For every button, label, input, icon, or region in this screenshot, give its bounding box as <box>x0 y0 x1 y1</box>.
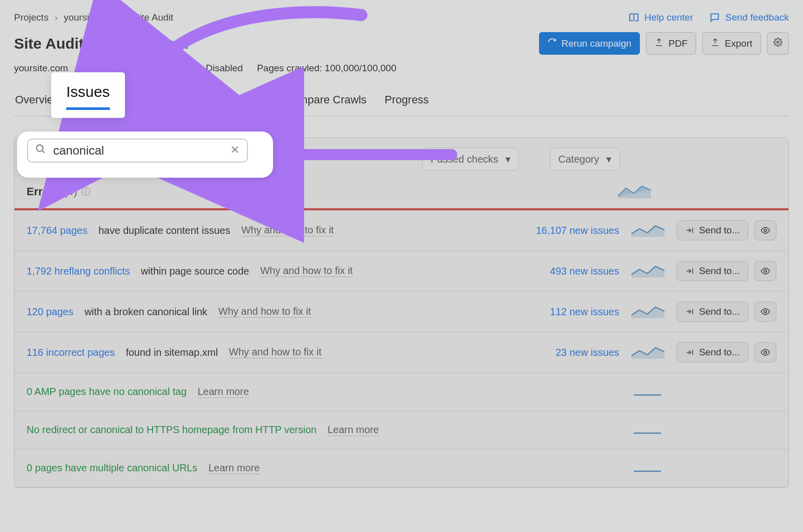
new-issues-count[interactable]: 16,107 new issues <box>519 225 619 236</box>
issue-passed-text: No redirect or canonical to HTTPS homepa… <box>27 424 317 436</box>
svg-point-3 <box>764 229 767 232</box>
breadcrumb-projects[interactable]: Projects <box>14 12 49 23</box>
issue-link[interactable]: 17,764 pages <box>27 225 87 236</box>
gear-icon <box>773 38 782 49</box>
tab-progress[interactable]: Progress <box>384 86 429 116</box>
why-fix-link[interactable]: Why and how to fix it <box>218 306 311 318</box>
upload-icon <box>654 38 663 49</box>
issue-text: with a broken canonical link <box>84 306 207 318</box>
hide-issue-button[interactable] <box>754 302 776 322</box>
sparkline-icon <box>631 262 664 280</box>
category-filter[interactable]: Category ▾ <box>550 148 620 171</box>
export-label: Export <box>725 38 752 49</box>
learn-more-link[interactable]: Learn more <box>208 462 259 474</box>
sparkline-icon <box>631 459 664 477</box>
hide-issue-button[interactable] <box>754 261 776 281</box>
hide-issue-button[interactable] <box>754 342 776 362</box>
new-issues-count[interactable]: 112 new issues <box>519 306 619 318</box>
issue-text: within page source code <box>141 265 249 277</box>
issue-link[interactable]: 120 pages <box>27 306 73 318</box>
chevron-right-icon: › <box>124 12 127 23</box>
why-fix-link[interactable]: Why and how to fix it <box>260 265 353 277</box>
issue-link[interactable]: 1,792 hreflang conflicts <box>27 265 130 277</box>
hide-issue-button[interactable] <box>754 220 776 240</box>
new-issues-count[interactable]: 23 new issues <box>519 347 619 358</box>
pdf-label: PDF <box>668 38 688 49</box>
svg-point-4 <box>764 270 767 273</box>
issues-tab-underline <box>66 107 110 110</box>
chevron-down-icon: ▾ <box>606 153 611 165</box>
breadcrumb-current: Site Audit <box>133 12 173 23</box>
chevron-right-icon: › <box>55 12 58 23</box>
feedback-icon <box>709 12 720 23</box>
learn-more-link[interactable]: Learn more <box>328 424 379 436</box>
search-box[interactable] <box>27 139 248 163</box>
pdf-button[interactable]: PDF <box>646 32 696 55</box>
issue-row: No redirect or canonical to HTTPS homepa… <box>15 411 788 449</box>
help-center-link[interactable]: Help center <box>628 12 693 23</box>
svg-point-6 <box>764 351 767 354</box>
issue-text: found in sitemap.xml <box>126 347 218 358</box>
svg-point-0 <box>777 41 779 44</box>
rerun-label: Rerun campaign <box>562 38 631 49</box>
sparkline-icon <box>631 344 664 361</box>
svg-point-5 <box>764 311 767 313</box>
svg-line-11 <box>42 151 45 153</box>
page-title-domain[interactable]: yoursite.com <box>95 35 189 52</box>
issue-row: 120 pages with a broken canonical linkWh… <box>15 292 788 332</box>
issue-text: have duplicate content issues <box>98 225 230 236</box>
book-icon <box>628 12 639 23</box>
issue-row: 0 pages have multiple canonical URLsLear… <box>15 449 788 487</box>
send-to-button[interactable]: Send to... <box>677 302 748 322</box>
tab-crawled-pages[interactable]: Crawled Pages <box>129 86 204 116</box>
issue-row: 17,764 pages have duplicate content issu… <box>15 210 788 251</box>
errors-count: (4) <box>64 185 77 198</box>
rerun-campaign-button[interactable]: Rerun campaign <box>539 32 640 55</box>
send-to-button[interactable]: Send to... <box>677 261 748 281</box>
tab-bar: Overview Issues Crawled Pages Statistics… <box>14 86 789 116</box>
new-issues-count[interactable]: 493 new issues <box>519 265 619 277</box>
sparkline-icon <box>631 421 664 439</box>
info-icon[interactable]: ⓘ <box>81 186 90 198</box>
sparkline-icon <box>631 303 664 321</box>
learn-more-link[interactable]: Learn more <box>198 386 249 398</box>
upload-icon <box>711 38 720 49</box>
passed-checks-label: Passed checks <box>431 154 498 165</box>
svg-point-10 <box>37 145 43 152</box>
issue-row: 1,792 hreflang conflicts within page sou… <box>15 251 788 292</box>
meta-crawled: Pages crawled: 100,000/100,000 <box>257 63 396 74</box>
clear-icon[interactable] <box>230 144 240 158</box>
send-feedback-label: Send feedback <box>725 12 789 23</box>
why-fix-link[interactable]: Why and how to fix it <box>241 224 334 236</box>
issue-row: 0 AMP pages have no canonical tagLearn m… <box>15 373 788 411</box>
category-label: Category <box>559 154 599 165</box>
issue-passed-text: 0 AMP pages have no canonical tag <box>27 386 187 397</box>
tab-statistics[interactable]: Statistics <box>222 86 266 116</box>
refresh-icon <box>548 38 557 49</box>
meta-js: JS rendering: Disabled <box>147 63 243 74</box>
send-feedback-link[interactable]: Send feedback <box>709 12 789 23</box>
search-highlight <box>17 131 273 178</box>
why-fix-link[interactable]: Why and how to fix it <box>229 346 322 358</box>
search-input[interactable] <box>53 144 223 158</box>
breadcrumb: Projects › yoursite.com › Site Audit <box>14 12 173 23</box>
sparkline-icon <box>631 383 664 401</box>
sparkline-icon <box>631 222 664 239</box>
page-title: Site Audit: <box>14 35 89 52</box>
issues-panel: placeholder Passed checks ▾ Category ▾ E… <box>14 138 789 488</box>
issue-row: 116 incorrect pages found in sitemap.xml… <box>15 332 788 373</box>
errors-heading: Errors <box>27 185 60 198</box>
issues-tab-label: Issues <box>66 83 110 100</box>
breadcrumb-domain[interactable]: yoursite.com <box>64 12 118 23</box>
export-button[interactable]: Export <box>702 32 761 55</box>
send-to-button[interactable]: Send to... <box>677 220 748 240</box>
tab-compare-crawls[interactable]: Compare Crawls <box>285 86 367 116</box>
issue-link[interactable]: 116 incorrect pages <box>27 347 115 358</box>
sparkline-icon <box>618 183 651 198</box>
meta-row: yoursite.com Mobile JS rendering: Disabl… <box>14 62 789 74</box>
help-center-label: Help center <box>644 12 693 23</box>
passed-checks-filter[interactable]: Passed checks ▾ <box>422 148 519 171</box>
send-to-button[interactable]: Send to... <box>677 342 748 362</box>
settings-button[interactable] <box>767 32 789 55</box>
issue-passed-text: 0 pages have multiple canonical URLs <box>27 462 197 474</box>
